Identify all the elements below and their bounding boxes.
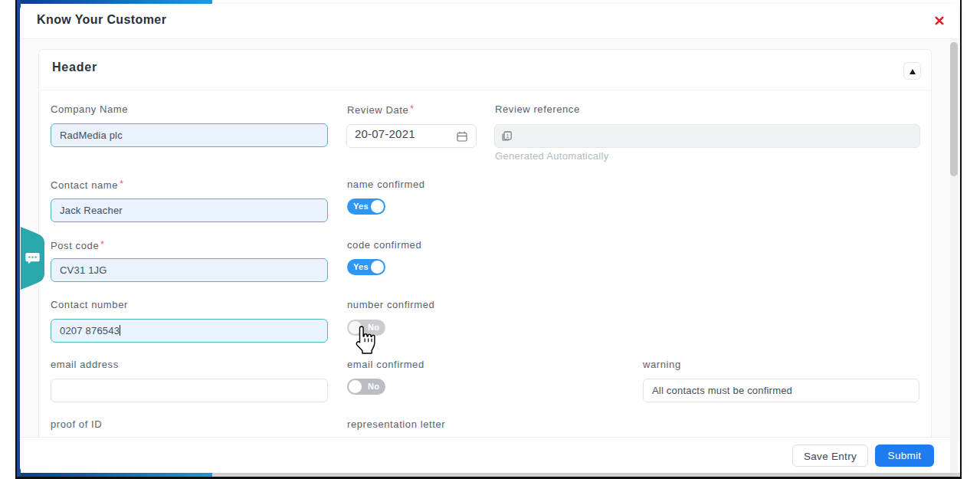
svg-text:1: 1 [506, 133, 509, 139]
